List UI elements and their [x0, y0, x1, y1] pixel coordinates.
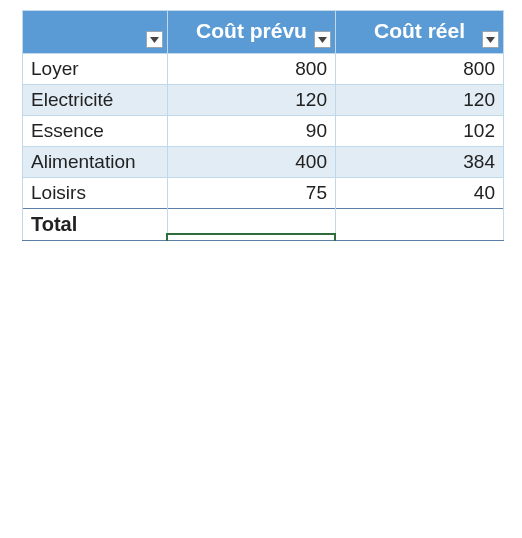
header-planned-label: Coût prévu: [196, 19, 307, 42]
cell-actual[interactable]: 102: [336, 116, 504, 147]
filter-dropdown-icon[interactable]: [314, 31, 331, 48]
cell-planned[interactable]: 75: [168, 178, 336, 209]
spreadsheet-area: Coût prévu Coût réel Loyer 800 800: [0, 0, 522, 241]
cell-planned[interactable]: 400: [168, 147, 336, 178]
filter-dropdown-icon[interactable]: [482, 31, 499, 48]
total-row[interactable]: Total: [23, 209, 504, 241]
header-planned[interactable]: Coût prévu: [168, 11, 336, 54]
cell-actual[interactable]: 800: [336, 54, 504, 85]
header-category[interactable]: [23, 11, 168, 54]
table-row[interactable]: Loisirs 75 40: [23, 178, 504, 209]
header-actual-label: Coût réel: [374, 19, 465, 42]
total-actual-cell[interactable]: [336, 209, 504, 241]
cell-actual[interactable]: 40: [336, 178, 504, 209]
cell-actual[interactable]: 120: [336, 85, 504, 116]
expenses-table: Coût prévu Coût réel Loyer 800 800: [22, 10, 504, 241]
header-row: Coût prévu Coût réel: [23, 11, 504, 54]
cell-label[interactable]: Essence: [23, 116, 168, 147]
cell-actual[interactable]: 384: [336, 147, 504, 178]
header-actual[interactable]: Coût réel: [336, 11, 504, 54]
cell-label[interactable]: Alimentation: [23, 147, 168, 178]
cell-label[interactable]: Loyer: [23, 54, 168, 85]
cell-label[interactable]: Electricité: [23, 85, 168, 116]
cell-planned[interactable]: 800: [168, 54, 336, 85]
table-row[interactable]: Alimentation 400 384: [23, 147, 504, 178]
table-row[interactable]: Electricité 120 120: [23, 85, 504, 116]
total-label[interactable]: Total: [23, 209, 168, 241]
filter-dropdown-icon[interactable]: [146, 31, 163, 48]
cell-planned[interactable]: 90: [168, 116, 336, 147]
table-row[interactable]: Essence 90 102: [23, 116, 504, 147]
cell-label[interactable]: Loisirs: [23, 178, 168, 209]
total-planned-cell[interactable]: [168, 209, 336, 241]
table-row[interactable]: Loyer 800 800: [23, 54, 504, 85]
cell-planned[interactable]: 120: [168, 85, 336, 116]
